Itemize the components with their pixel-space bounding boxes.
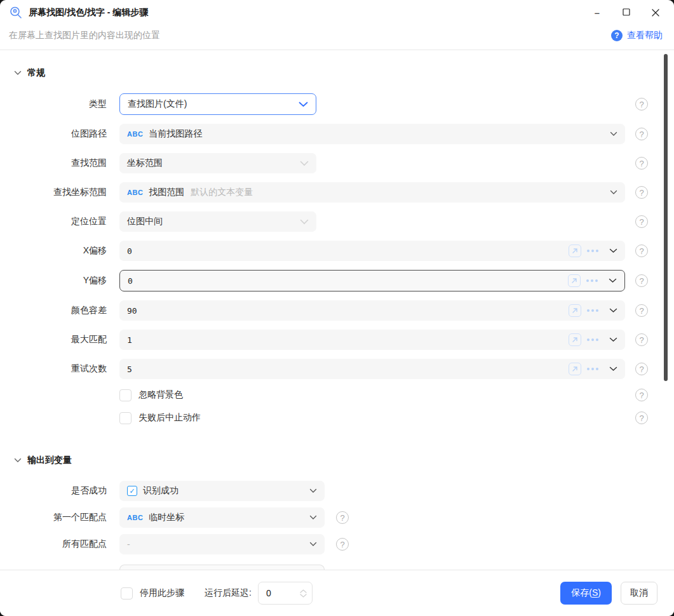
description-bar: 在屏幕上查找图片里的内容出现的位置 ? 查看帮助 <box>0 25 674 50</box>
section-general-title: 常规 <box>27 67 45 79</box>
titlebar: 屏幕找图/找色/找字 - 编辑步骤 − <box>0 0 674 25</box>
delay-input[interactable] <box>266 588 292 598</box>
cancel-button[interactable]: 取消 <box>621 582 657 605</box>
chevron-down-icon[interactable] <box>609 366 617 372</box>
row-offset-x: X偏移 ? <box>0 241 674 261</box>
save-button[interactable]: 保存(S) <box>560 582 612 605</box>
offset-x-help-icon[interactable]: ? <box>635 244 648 257</box>
chevron-down-icon <box>300 161 309 166</box>
scrollbar-thumb[interactable] <box>664 54 668 381</box>
chevron-down-icon <box>14 70 22 76</box>
offset-x-input[interactable] <box>127 246 191 256</box>
expression-icon[interactable] <box>569 363 581 375</box>
search-coord-range-select[interactable]: ABC 找图范围 默认的文本变量 <box>119 182 625 203</box>
more-options-icon[interactable] <box>587 250 598 252</box>
chevron-down-icon <box>309 488 317 493</box>
chevron-down-icon[interactable] <box>609 337 617 342</box>
search-range-help-icon[interactable]: ? <box>635 157 648 170</box>
first-match-value: 临时坐标 <box>149 512 184 523</box>
spinner-down-icon[interactable] <box>300 594 307 598</box>
search-range-select[interactable]: 坐标范围 <box>119 153 316 173</box>
step-description: 在屏幕上查找图片里的内容出现的位置 <box>9 30 160 41</box>
chevron-down-icon <box>300 219 309 225</box>
expression-icon[interactable] <box>569 244 581 257</box>
success-label: 是否成功 <box>0 485 107 497</box>
row-type: 类型 查找图片(文件) ? <box>0 93 674 115</box>
disable-step-checkbox[interactable] <box>121 587 133 599</box>
window-controls: − <box>583 2 670 23</box>
row-search-range: 查找范围 坐标范围 ? <box>0 153 674 173</box>
retries-field <box>119 359 625 379</box>
clipped-field-top <box>119 565 325 570</box>
row-search-coord-range: 查找坐标范围 ABC 找图范围 默认的文本变量 ? <box>0 182 674 203</box>
all-matches-help-icon[interactable]: ? <box>336 538 349 551</box>
row-tolerance: 颜色容差 ? <box>0 300 674 321</box>
view-help-link[interactable]: ? 查看帮助 <box>611 30 663 41</box>
max-match-input[interactable] <box>127 335 191 345</box>
chevron-down-icon[interactable] <box>609 248 617 253</box>
delay-spinner <box>258 582 313 605</box>
max-match-field <box>119 330 625 350</box>
max-match-help-icon[interactable]: ? <box>635 333 648 346</box>
all-matches-label: 所有匹配点 <box>0 539 107 550</box>
type-help-icon[interactable]: ? <box>635 98 648 110</box>
type-value: 查找图片(文件) <box>128 98 187 110</box>
more-options-icon[interactable] <box>587 309 598 312</box>
expression-icon[interactable] <box>568 274 581 287</box>
bitmap-path-help-icon[interactable]: ? <box>635 128 648 140</box>
close-button[interactable] <box>641 2 670 23</box>
search-coord-range-value: 找图范围 <box>149 187 184 198</box>
section-output-title: 输出到变量 <box>27 455 72 466</box>
expression-icon[interactable] <box>569 304 581 317</box>
disable-step-label: 停用此步骤 <box>140 587 184 599</box>
more-options-icon[interactable] <box>587 338 598 341</box>
all-matches-select[interactable]: - <box>119 534 325 554</box>
retries-input[interactable] <box>127 365 191 374</box>
ignore-bg-help-icon[interactable]: ? <box>635 389 648 401</box>
minimize-button[interactable]: − <box>583 2 612 23</box>
success-select[interactable]: ✓ 识别成功 <box>119 481 325 501</box>
close-icon <box>652 8 659 18</box>
anchor-help-icon[interactable]: ? <box>635 215 648 228</box>
type-select[interactable]: 查找图片(文件) <box>119 93 316 115</box>
row-max-match: 最大匹配 ? <box>0 330 674 350</box>
chevron-down-icon[interactable] <box>609 278 617 283</box>
offset-y-label: Y偏移 <box>0 275 107 286</box>
tolerance-input[interactable] <box>127 306 191 316</box>
ignore-bg-checkbox[interactable] <box>119 389 131 401</box>
offset-y-help-icon[interactable]: ? <box>635 274 648 287</box>
chevron-down-icon[interactable] <box>609 308 617 313</box>
spinner-up-icon[interactable] <box>300 589 307 593</box>
more-options-icon[interactable] <box>587 368 598 370</box>
chevron-down-icon <box>14 458 22 463</box>
expression-icon[interactable] <box>569 333 581 346</box>
footer-bar: 停用此步骤 运行后延迟: 保存(S) 取消 <box>0 570 674 616</box>
form-content: 常规 类型 查找图片(文件) ? 位图路径 ABC 当前找图路径 ? <box>0 50 674 554</box>
row-offset-y: Y偏移 ? <box>0 270 674 291</box>
offset-y-field <box>119 270 625 291</box>
first-match-select[interactable]: ABC 临时坐标 <box>119 507 325 528</box>
help-question-icon: ? <box>611 30 623 41</box>
first-match-help-icon[interactable]: ? <box>336 511 349 524</box>
search-location-icon <box>9 6 23 20</box>
abort-on-fail-checkbox[interactable] <box>119 412 131 424</box>
tolerance-help-icon[interactable]: ? <box>635 304 648 317</box>
search-coord-range-help-icon[interactable]: ? <box>635 186 648 199</box>
offset-y-input[interactable] <box>128 276 191 286</box>
retries-help-icon[interactable]: ? <box>635 363 648 375</box>
search-range-label: 查找范围 <box>0 157 107 169</box>
search-range-value: 坐标范围 <box>127 157 163 169</box>
maximize-button[interactable] <box>612 2 641 23</box>
chevron-down-icon <box>309 515 317 520</box>
section-general[interactable]: 常规 <box>14 67 674 79</box>
search-coord-range-hint: 默认的文本变量 <box>191 187 253 198</box>
bitmap-path-select[interactable]: ABC 当前找图路径 <box>119 124 625 144</box>
abort-on-fail-help-icon[interactable]: ? <box>635 412 648 424</box>
type-label: 类型 <box>0 98 107 110</box>
more-options-icon[interactable] <box>586 279 598 282</box>
section-output[interactable]: 输出到变量 <box>14 454 674 467</box>
chevron-down-icon <box>309 542 317 547</box>
abort-on-fail-label: 失败后中止动作 <box>138 412 201 424</box>
anchor-select[interactable]: 位图中间 <box>119 211 316 232</box>
variable-type-abc-icon: ABC <box>127 130 143 138</box>
